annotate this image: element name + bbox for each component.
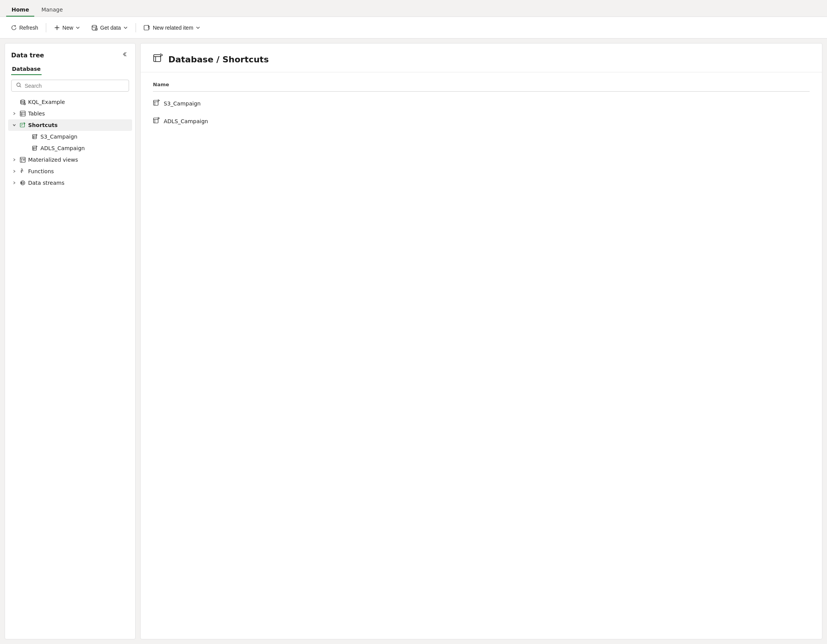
s3-row-icon [153,99,160,108]
search-container [5,75,135,96]
right-header: Database / Shortcuts [141,43,822,72]
new-related-label: New related item [153,25,193,31]
s3-campaign-row-label: S3_Campaign [164,100,201,107]
panel-header: Data tree [5,43,135,60]
svg-point-12 [22,182,24,184]
svg-rect-6 [20,111,25,116]
functions-chevron-icon [11,169,17,173]
get-data-label: Get data [100,25,121,31]
new-related-chevron-icon [196,25,200,30]
s3-table-shortcut-icon [32,134,38,140]
svg-rect-14 [154,100,158,105]
tree-item-functions[interactable]: Functions [8,166,132,177]
tables-chevron-icon [11,112,17,115]
toolbar-divider-2 [136,23,136,32]
toolbar-divider-1 [46,23,46,32]
right-panel: Database / Shortcuts Name S3_Campaign [140,43,822,639]
search-input[interactable] [25,83,124,89]
svg-rect-9 [33,146,37,151]
svg-rect-2 [144,25,149,30]
svg-rect-13 [154,55,161,62]
mat-views-chevron-icon [11,158,17,162]
data-row-s3[interactable]: S3_Campaign [153,95,810,112]
shortcut-icon [20,122,26,128]
tree-item-data-streams[interactable]: Data streams [8,177,132,189]
get-data-chevron-icon [123,25,128,30]
refresh-icon [11,25,17,31]
mat-views-label: Materialized views [28,157,129,163]
new-chevron-icon [75,25,80,30]
adls-table-shortcut-icon [32,145,38,151]
right-header-title: Database / Shortcuts [168,55,269,64]
database-icon [20,99,26,105]
new-button[interactable]: New [49,22,85,33]
panel-title: Data tree [11,52,44,59]
streams-label: Data streams [28,180,129,186]
plus-icon [54,25,60,31]
right-content: Name S3_Campaign [141,72,822,639]
svg-rect-8 [33,135,37,139]
tree-content: KQL_Example Tables [5,96,135,639]
svg-point-3 [17,83,20,87]
right-header-icon [153,53,164,66]
svg-point-4 [21,100,25,102]
tree-tab-database[interactable]: Database [11,64,42,75]
left-panel: Data tree Database [5,43,136,639]
tree-item-adls-campaign[interactable]: ADLS_Campaign [8,142,132,154]
data-row-adls[interactable]: ADLS_Campaign [153,112,810,130]
search-box [11,80,129,92]
tab-home[interactable]: Home [6,3,34,17]
tree-item-kql-example[interactable]: KQL_Example [8,96,132,108]
new-related-button[interactable]: New related item [139,22,205,33]
collapse-button[interactable] [120,50,129,60]
refresh-button[interactable]: Refresh [6,22,43,33]
adls-campaign-label: ADLS_Campaign [40,145,129,151]
kql-example-label: KQL_Example [28,99,129,105]
adls-row-icon [153,117,160,125]
refresh-label: Refresh [19,25,38,31]
new-related-icon [144,25,151,31]
tree-item-tables[interactable]: Tables [8,108,132,119]
stream-icon [20,180,26,186]
fx-icon [20,168,26,174]
tab-manage[interactable]: Manage [36,3,68,17]
streams-chevron-icon [11,181,17,185]
tree-item-shortcuts[interactable]: Shortcuts [8,119,132,131]
column-name-header: Name [153,82,810,92]
search-icon [16,82,22,89]
main-area: Data tree Database [0,38,827,644]
get-data-button[interactable]: Get data [86,22,133,33]
top-tab-bar: Home Manage [0,0,827,17]
tree-item-mat-views[interactable]: Materialized views [8,154,132,166]
adls-campaign-row-label: ADLS_Campaign [164,118,208,124]
svg-point-0 [92,25,97,27]
tree-tabs: Database [5,60,135,75]
mat-view-icon [20,157,26,163]
get-data-icon [91,25,98,31]
new-label: New [62,25,73,31]
s3-campaign-label: S3_Campaign [40,134,129,140]
shortcuts-label: Shortcuts [28,122,129,128]
svg-rect-7 [20,123,25,127]
shortcuts-chevron-icon [11,123,17,127]
toolbar: Refresh New Get data [0,17,827,38]
tables-label: Tables [28,110,129,117]
tree-item-s3-campaign[interactable]: S3_Campaign [8,131,132,142]
table-icon [20,110,26,117]
functions-label: Functions [28,168,129,174]
svg-rect-15 [154,118,158,123]
